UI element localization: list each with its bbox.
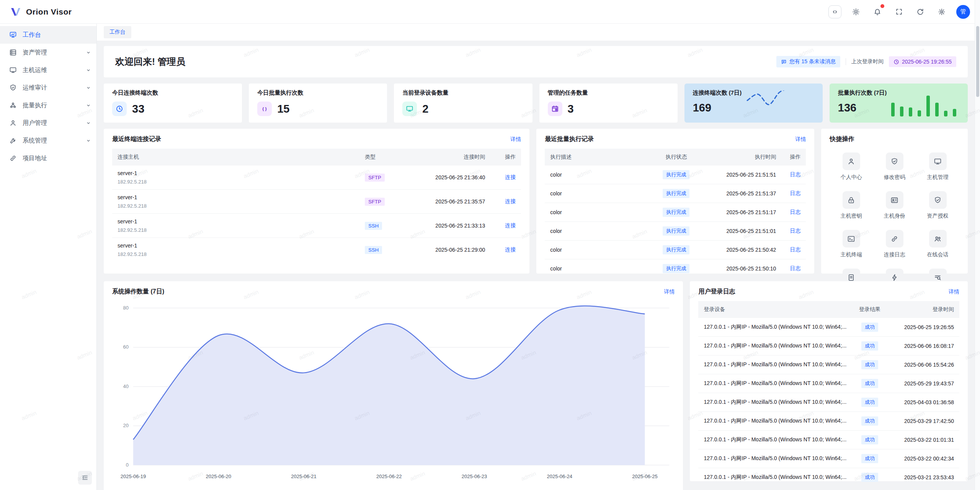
header-actions: 管 [828,5,970,19]
table-row: 127.0.0.1 - 内网IP - Mozilla/5.0 (Windows … [698,337,959,356]
message-icon [781,59,787,65]
stat-card-login-devices: 当前登录设备数量 2 [394,84,532,123]
chart-details-link[interactable]: 详情 [664,288,675,295]
quick-action-personal-center[interactable]: 个人中心 [830,152,873,181]
svg-text:2025-06-24: 2025-06-24 [547,474,572,479]
link-icon [9,154,17,162]
log-link[interactable]: 日志 [790,171,800,177]
sidebar-item-batch-exec[interactable]: 批量执行 [0,97,96,114]
quick-action-host-management[interactable]: 主机管理 [916,152,959,181]
log-link[interactable]: 日志 [790,246,800,252]
settings-button[interactable] [935,5,949,19]
sidebar-item-assets[interactable]: 资产管理 [0,44,96,61]
braces-icon: { } [257,102,272,116]
system-wrench-icon [9,137,17,144]
svg-text:20: 20 [123,423,129,428]
host-name: server-1 [118,170,354,176]
batch-details-link[interactable]: 详情 [795,136,806,143]
notification-red-dot [880,4,884,8]
exec-time: 2025-06-25 21:50:42 [701,241,781,259]
svg-text:2025-06-23: 2025-06-23 [462,474,487,479]
quick-action-change-password[interactable]: 修改密码 [873,152,916,181]
stat-value: 15 [277,103,289,115]
page-scrollbar-thumb[interactable] [976,26,979,97]
terminal-table: 连接主机 类型 连接时间 操作 server-1 182.92.5.218 [112,149,521,262]
batch-table: 执行描述 执行状态 执行时间 操作 color 执行完成 2025-06-25 … [545,149,806,278]
sidebar-item-label: 系统管理 [23,137,86,145]
stat-card-batch-today: 今日批量执行次数 { } 15 [249,84,387,123]
breadcrumb-workbench[interactable]: 工作台 [104,26,131,38]
table-row: 127.0.0.1 - 内网IP - Mozilla/5.0 (Windows … [698,412,959,431]
code-button[interactable] [828,5,841,18]
login-details-link[interactable]: 详情 [949,288,959,295]
sidebar-item-host-ops[interactable]: 主机运维 [0,61,96,79]
quick-actions-panel: 快捷操作 个人中心 修改密码 [821,129,968,274]
type-badge: SFTP [365,174,384,182]
connect-time: 2025-06-25 21:29:00 [402,238,490,262]
login-result-badge: 成功 [861,341,878,351]
connect-link[interactable]: 连接 [505,174,516,180]
connect-link[interactable]: 连接 [505,198,516,204]
audit-shield-icon [9,84,17,92]
terminal-sparkline-chart [744,90,815,117]
user-icon [843,152,860,170]
quick-action-connection-log[interactable]: 连接日志 [873,230,916,258]
panel-title: 用户登录日志 [698,288,735,296]
log-link[interactable]: 日志 [790,228,800,234]
unread-messages-badge[interactable]: 您有 15 条未读消息 [776,56,840,67]
log-link[interactable]: 日志 [790,265,800,271]
login-device: 127.0.0.1 - 内网IP - Mozilla/5.0 (Windows … [698,468,852,487]
page-scrollbar-track [975,0,980,490]
login-device: 127.0.0.1 - 内网IP - Mozilla/5.0 (Windows … [698,356,852,374]
stat-card-terminal-today: 今日连接终端次数 33 [104,84,242,123]
log-link[interactable]: 日志 [790,209,800,215]
connect-link[interactable]: 连接 [505,246,516,252]
breadcrumb: 工作台 [97,24,975,41]
table-row: color 执行完成 2025-06-25 21:50:42 日志 [545,241,806,259]
exec-description: color [545,184,651,203]
login-time: 2025-06-06 16:08:17 [887,337,959,356]
svg-text:2025-06-20: 2025-06-20 [206,474,231,479]
quick-action-host-identity[interactable]: 主机身份 [873,191,916,220]
link-icon [886,230,903,247]
connect-link[interactable]: 连接 [505,222,516,228]
table-row: 127.0.0.1 - 内网IP - Mozilla/5.0 (Windows … [698,431,959,449]
connect-time: 2025-06-25 21:33:13 [402,214,490,238]
sidebar-collapse-button[interactable] [78,471,92,485]
monitor-icon [929,152,947,170]
sidebar-item-workbench[interactable]: 工作台 [0,26,96,44]
stat-value: 3 [568,103,574,115]
quick-action-asset-authorization[interactable]: 资产授权 [916,191,959,220]
user-avatar[interactable]: 管 [956,5,970,19]
recent-batch-panel: 最近批量执行记录 详情 执行描述 执行状态 执行时间 操作 [536,129,814,274]
exec-description: color [545,241,651,259]
login-time: 2025-03-22 01:01:31 [887,431,959,449]
log-link[interactable]: 日志 [790,190,800,196]
login-log-panel: 用户登录日志 详情 登录设备 登录结果 登录时间 [690,281,968,481]
connect-time: 2025-06-25 21:35:57 [402,190,490,214]
table-row: color 执行完成 2025-06-25 21:50:10 日志 [545,259,806,278]
login-time: 2025-03-29 17:42:50 [887,412,959,431]
quick-action-host-keys[interactable]: 主机密钥 [830,191,873,220]
fullscreen-button[interactable] [892,5,906,19]
login-device: 127.0.0.1 - 内网IP - Mozilla/5.0 (Windows … [698,431,852,449]
refresh-button[interactable] [913,5,927,19]
panel-title: 最近批量执行记录 [545,135,594,143]
login-result-badge: 成功 [861,454,878,463]
notifications-button[interactable] [871,5,884,19]
type-badge: SSH [365,222,382,230]
terminal-details-link[interactable]: 详情 [510,136,521,143]
workbench-icon [9,31,17,39]
quick-action-online-sessions[interactable]: 在线会话 [916,230,959,258]
theme-toggle-button[interactable] [849,5,863,19]
sidebar-item-users[interactable]: 用户管理 [0,114,96,132]
sidebar-item-project-link[interactable]: 项目地址 [0,149,96,167]
login-result-badge: 成功 [861,379,878,388]
quick-action-host-terminal[interactable]: 主机终端 [830,230,873,258]
stat-card-exec-7d: 批量执行次数 (7日) 136 [830,84,968,123]
host-ip: 182.92.5.218 [118,251,354,257]
login-device: 127.0.0.1 - 内网IP - Mozilla/5.0 (Windows … [698,318,852,337]
sidebar-item-system[interactable]: 系统管理 [0,132,96,149]
theme-sun-icon [852,8,860,16]
sidebar-item-audit[interactable]: 运维审计 [0,79,96,97]
